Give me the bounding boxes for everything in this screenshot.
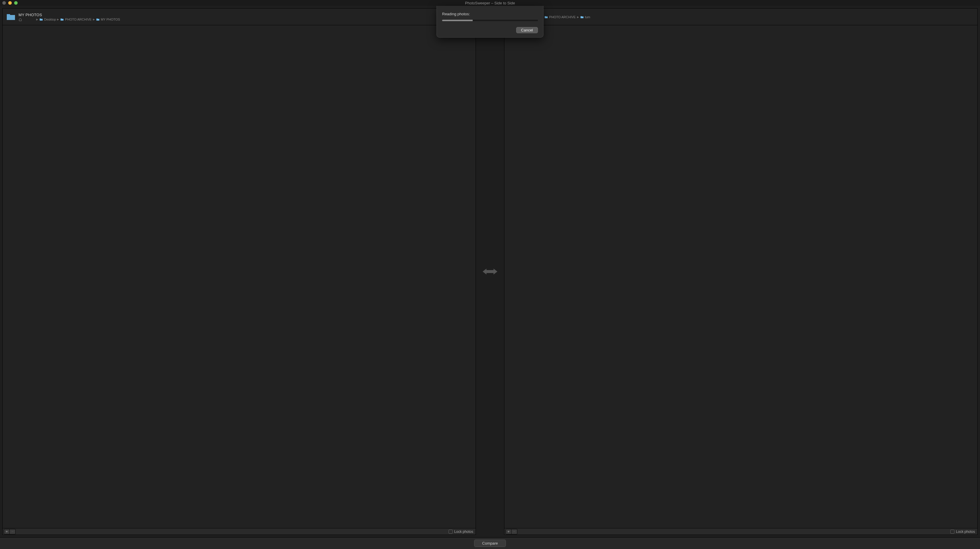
right-add-remove-buttons: + − <box>506 529 517 534</box>
left-pane: MY PHOTOS ▶ Desktop ▶ PHOTO ARCHIVE <box>2 8 476 535</box>
remove-button[interactable]: − <box>10 529 16 534</box>
cancel-button[interactable]: Cancel <box>516 27 538 33</box>
folder-small-icon <box>580 16 584 19</box>
left-pane-body <box>3 25 476 528</box>
left-pane-header-text: MY PHOTOS ▶ Desktop ▶ PHOTO ARCHIVE <box>19 13 120 21</box>
folder-small-icon <box>40 18 43 21</box>
folder-small-icon <box>544 16 548 19</box>
lock-photos-checkbox[interactable]: Lock photos <box>449 530 474 534</box>
lock-photos-checkbox[interactable]: Lock photos <box>950 530 976 534</box>
home-icon <box>19 18 22 21</box>
lock-photos-label: Lock photos <box>454 530 473 534</box>
chevron-right-icon: ▶ <box>93 18 95 21</box>
modal-actions: Cancel <box>442 27 538 33</box>
checkbox-icon <box>449 530 453 534</box>
remove-button[interactable]: − <box>511 529 517 534</box>
left-pane-footer: + − Lock photos <box>3 528 476 535</box>
titlebar: PhotoSweeper – Side to Side <box>0 0 980 6</box>
folder-icon <box>6 13 16 21</box>
left-pane-header: MY PHOTOS ▶ Desktop ▶ PHOTO ARCHIVE <box>3 8 476 25</box>
chevron-right-icon: ▶ <box>36 18 38 21</box>
compare-button[interactable]: Compare <box>474 539 506 547</box>
folder-small-icon <box>60 18 64 21</box>
modal-title: Reading photos: <box>442 12 538 16</box>
left-add-remove-buttons: + − <box>4 529 16 534</box>
checkbox-icon <box>950 530 955 534</box>
left-pane-title: MY PHOTOS <box>19 13 120 17</box>
breadcrumb-item[interactable]: PHOTO ARCHIVE <box>549 15 576 19</box>
left-breadcrumb: ▶ Desktop ▶ PHOTO ARCHIVE ▶ MY PHOTOS <box>19 18 120 21</box>
minimize-button[interactable] <box>8 1 12 5</box>
fullscreen-button[interactable] <box>14 1 18 5</box>
window-title: PhotoSweeper – Side to Side <box>465 1 515 5</box>
right-pane-header: ▶ Desktop ▶ PHOTO ARCHIVE ▶ tum <box>504 8 977 25</box>
chevron-right-icon: ▶ <box>57 18 59 21</box>
breadcrumb-item[interactable]: tum <box>585 15 590 19</box>
swap-arrows-icon[interactable] <box>481 267 499 276</box>
progress-fill <box>442 20 473 21</box>
reading-photos-modal: Reading photos: Cancel <box>436 6 544 38</box>
breadcrumb-item[interactable]: Desktop <box>44 18 56 21</box>
right-pane-body <box>504 25 977 528</box>
traffic-lights <box>0 1 18 5</box>
main-area: MY PHOTOS ▶ Desktop ▶ PHOTO ARCHIVE <box>0 6 980 537</box>
lock-photos-label: Lock photos <box>956 530 975 534</box>
breadcrumb-item[interactable]: PHOTO ARCHIVE <box>65 18 91 21</box>
folder-small-icon <box>96 18 100 21</box>
breadcrumb-item[interactable]: MY PHOTOS <box>101 18 120 21</box>
right-pane: ▶ Desktop ▶ PHOTO ARCHIVE ▶ tum <box>504 8 978 535</box>
add-button[interactable]: + <box>506 529 511 534</box>
center-divider <box>476 8 504 535</box>
close-button[interactable] <box>2 1 6 5</box>
add-button[interactable]: + <box>4 529 10 534</box>
progress-bar <box>442 20 538 21</box>
right-pane-footer: + − Lock photos <box>504 528 977 535</box>
chevron-right-icon: ▶ <box>577 16 579 19</box>
bottom-bar: Compare <box>0 537 980 549</box>
